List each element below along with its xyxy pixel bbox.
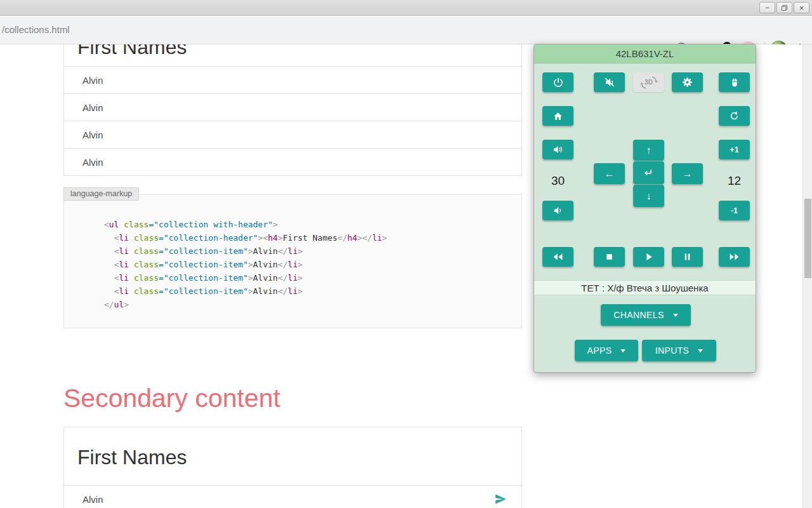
home-icon [553, 111, 563, 121]
enter-icon: ↵ [644, 168, 653, 178]
channel-down-label: -1 [731, 206, 738, 215]
up-arrow-icon: ↑ [646, 145, 652, 156]
rewind-icon [553, 253, 563, 261]
inputs-label: INPUTS [655, 345, 690, 356]
nav-left-button[interactable]: ← [594, 163, 625, 184]
close-icon: × [799, 4, 804, 12]
code-block: <ul class="collection with-header"> <li … [63, 194, 522, 328]
chevron-down-icon [620, 349, 625, 352]
volume-up-button[interactable] [542, 140, 573, 159]
list-item-label: Alvin [82, 102, 103, 113]
list-item-label: Alvin [82, 157, 103, 168]
browser-toolbar: /collections.html × ☆ + + ⋮ [0, 17, 812, 44]
inputs-dropdown-button[interactable]: INPUTS [642, 340, 716, 361]
list-item: Alvin [64, 121, 521, 149]
rewind-button[interactable] [542, 247, 573, 267]
nav-down-button[interactable]: ↓ [633, 185, 664, 207]
volume-down-icon [552, 205, 564, 216]
now-playing-status: ТЕТ : Х/ф Втеча з Шоушенка [534, 280, 756, 295]
pause-icon [682, 253, 693, 261]
maximize-restore-icon [781, 4, 788, 11]
scrollbar-track[interactable] [802, 44, 812, 508]
list-item-label: Alvin [82, 494, 103, 505]
home-button[interactable] [542, 106, 573, 126]
screen: − × /collections.html × ☆ + + ⋮ [0, 0, 812, 508]
refresh-icon [729, 110, 740, 121]
chevron-down-icon [698, 349, 703, 352]
pause-button[interactable] [672, 247, 703, 267]
list-item: Alvin [64, 486, 521, 508]
channels-dropdown-button[interactable]: CHANNELS [601, 304, 691, 326]
channel-up-button[interactable]: +1 [719, 140, 750, 159]
list-item-label: Alvin [82, 130, 103, 140]
channel-value: 12 [719, 171, 750, 190]
minimize-icon: − [765, 4, 769, 11]
apps-dropdown-button[interactable]: APPS [575, 340, 638, 361]
list-item-label: Alvin [82, 75, 103, 86]
collection-header-row: First Names [64, 427, 521, 486]
window-maximize-button[interactable] [776, 2, 792, 13]
volume-up-icon [552, 144, 564, 155]
collection-card-top: First Names Alvin Alvin Alvin Alvin [63, 44, 522, 176]
channels-label: CHANNELS [613, 310, 664, 320]
send-icon[interactable] [494, 493, 508, 505]
tv-remote-popup: 42LB631V-ZL 3D [534, 44, 756, 373]
window-close-button[interactable]: × [794, 2, 809, 13]
play-button[interactable] [633, 247, 664, 267]
secondary-content-heading: Secondary content [63, 384, 280, 413]
nav-right-button[interactable]: → [672, 163, 703, 184]
mute-icon [603, 76, 615, 88]
fast-forward-icon [729, 253, 740, 261]
down-arrow-icon: ↓ [646, 191, 652, 201]
chevron-down-icon [673, 314, 678, 317]
stop-button[interactable] [594, 247, 625, 267]
stop-icon [604, 253, 615, 261]
volume-value: 30 [542, 171, 573, 190]
nav-up-button[interactable]: ↑ [633, 140, 664, 161]
code-language-label: language-markup [63, 187, 139, 201]
list-item: Alvin [64, 67, 521, 94]
power-icon [553, 77, 564, 88]
list-item: Alvin [64, 94, 521, 121]
collection-title: First Names [77, 44, 187, 57]
collection-header-row: First Names [64, 44, 521, 67]
3d-rotate-arcs-icon [639, 74, 659, 91]
channel-up-label: +1 [730, 145, 738, 154]
settings-button[interactable] [672, 72, 703, 92]
device-name: 42LB631V-ZL [534, 44, 756, 64]
power-button[interactable] [542, 72, 573, 92]
right-arrow-icon: → [683, 169, 693, 179]
mute-button[interactable] [594, 72, 625, 92]
window-minimize-button[interactable]: − [759, 2, 775, 13]
play-icon [643, 253, 654, 261]
window-titlebar: − × [0, 0, 812, 16]
left-arrow-icon: ← [605, 169, 615, 179]
scrollbar-thumb[interactable] [804, 199, 811, 278]
fast-forward-button[interactable] [719, 247, 750, 267]
list-item: Alvin [64, 149, 521, 176]
3d-button: 3D [633, 72, 664, 92]
collection-title: First Names [77, 446, 187, 469]
refresh-button[interactable] [719, 106, 750, 126]
mouse-icon [730, 77, 740, 88]
channel-down-button[interactable]: -1 [719, 201, 750, 220]
volume-down-button[interactable] [542, 201, 573, 220]
nav-enter-button[interactable]: ↵ [633, 161, 664, 184]
gear-icon [682, 77, 693, 88]
collection-items: Alvin Alvin Alvin Alvin [64, 67, 521, 176]
address-bar[interactable]: /collections.html [2, 24, 70, 35]
mouse-button[interactable] [719, 72, 750, 92]
collection-card-bottom: First Names Alvin [63, 427, 522, 508]
apps-label: APPS [587, 345, 612, 356]
